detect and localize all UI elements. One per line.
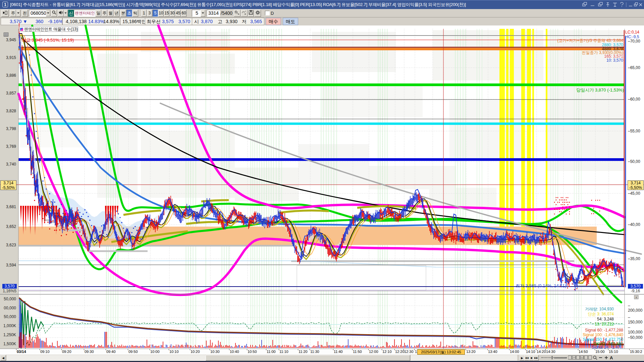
svg-text:(고가+저가+종가)/3 주중채 43: 3,664: (고가+저가+종가)/3 주중채 43: 3,664 bbox=[557, 38, 623, 43]
svg-text:Signal 60: -1,477,288: Signal 60: -1,477,288 bbox=[585, 328, 623, 333]
svg-text:10: 3,570: 10: 3,570 bbox=[606, 58, 623, 63]
svg-text:최고 3,945 (-9,51%, 15:19): 최고 3,945 (-9,51%, 15:19) bbox=[22, 38, 74, 43]
svg-text:13: 10,212: 13: 10,212 bbox=[595, 322, 614, 326]
svg-text:단순 3: 36,074: 단순 3: 36,074 bbox=[588, 312, 614, 316]
svg-text:Signal 100: -1,476,840: Signal 100: -1,476,840 bbox=[583, 333, 623, 337]
svg-text:Signal 150: -1,472,750: Signal 150: -1,472,750 bbox=[583, 337, 623, 342]
svg-text:54: 3,248: 54: 3,248 bbox=[597, 317, 614, 321]
svg-text:최저 3,565 (0.14%, 14:51): 최저 3,565 (0.14%, 14:51) bbox=[516, 283, 566, 288]
svg-text:당일시가 3,870 (-1,53%): 당일시가 3,870 (-1,53%) bbox=[576, 87, 624, 93]
svg-text:거래량: 104,930: 거래량: 104,930 bbox=[585, 307, 614, 311]
svg-text:A: A bbox=[610, 355, 613, 360]
